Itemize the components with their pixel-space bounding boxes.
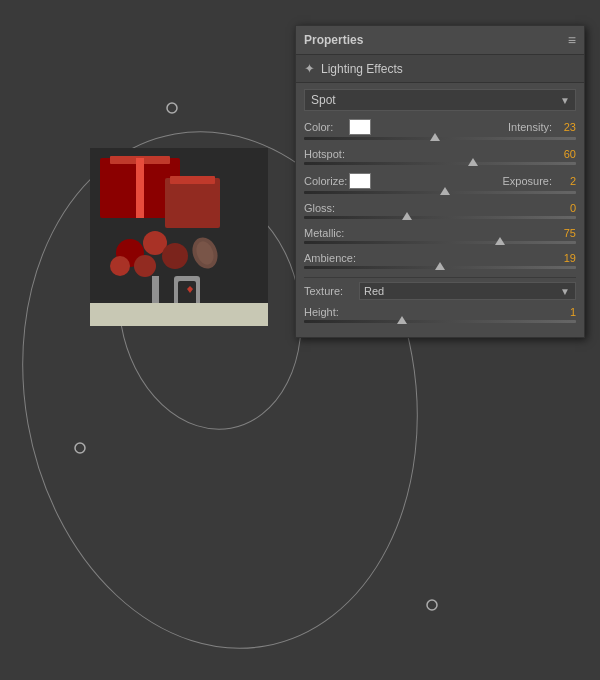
panel-title: Properties bbox=[304, 33, 363, 47]
texture-row: Texture: Red Green Blue None ▼ bbox=[304, 282, 576, 300]
gloss-thumb[interactable] bbox=[402, 212, 412, 220]
color-intensity-row: Color: Intensity: 23 bbox=[304, 119, 576, 135]
lightning-icon: ✦ bbox=[304, 61, 315, 76]
intensity-label: Intensity: bbox=[508, 121, 552, 133]
height-label: Height: bbox=[304, 306, 369, 318]
texture-select[interactable]: Red Green Blue None bbox=[359, 282, 576, 300]
hotspot-thumb[interactable] bbox=[468, 158, 478, 166]
gloss-row: Gloss: 0 bbox=[304, 202, 576, 214]
exposure-label: Exposure: bbox=[502, 175, 552, 187]
metallic-label: Metallic: bbox=[304, 227, 369, 239]
height-row: Height: 1 bbox=[304, 306, 576, 318]
photo-thumbnail bbox=[90, 148, 268, 326]
svg-rect-21 bbox=[178, 281, 196, 306]
exposure-slider[interactable] bbox=[304, 191, 576, 194]
metallic-thumb[interactable] bbox=[495, 237, 505, 245]
svg-point-13 bbox=[162, 243, 188, 269]
svg-point-14 bbox=[134, 255, 156, 277]
color-swatch[interactable] bbox=[349, 119, 371, 135]
color-label: Color: bbox=[304, 121, 349, 133]
hotspot-track bbox=[304, 162, 576, 165]
colorize-label: Colorize: bbox=[304, 175, 349, 187]
panel-header: Properties ≡ bbox=[296, 26, 584, 55]
properties-panel: Properties ≡ ✦ Lighting Effects Spot Inf… bbox=[295, 25, 585, 338]
metallic-value: 75 bbox=[564, 227, 576, 239]
texture-dropdown-wrapper[interactable]: Red Green Blue None ▼ bbox=[359, 282, 576, 300]
gloss-slider[interactable] bbox=[304, 216, 576, 219]
hotspot-row: Hotspot: 60 bbox=[304, 148, 576, 160]
intensity-value: 23 bbox=[556, 121, 576, 133]
svg-point-4 bbox=[427, 600, 437, 610]
colorize-swatch[interactable] bbox=[349, 173, 371, 189]
svg-rect-9 bbox=[165, 178, 220, 228]
svg-point-2 bbox=[167, 103, 177, 113]
lighting-effects-title: Lighting Effects bbox=[321, 62, 403, 76]
spot-dropdown-row[interactable]: Spot Infinite Point ▼ bbox=[304, 89, 576, 111]
ambience-value: 19 bbox=[564, 252, 576, 264]
svg-rect-10 bbox=[170, 176, 215, 184]
spot-select[interactable]: Spot Infinite Point bbox=[304, 89, 576, 111]
hotspot-label: Hotspot: bbox=[304, 148, 369, 160]
exposure-value: 2 bbox=[556, 175, 576, 187]
svg-rect-23 bbox=[90, 303, 268, 326]
metallic-row: Metallic: 75 bbox=[304, 227, 576, 239]
height-track bbox=[304, 320, 576, 323]
intensity-slider[interactable] bbox=[304, 137, 576, 140]
hotspot-slider[interactable] bbox=[304, 162, 576, 165]
metallic-track bbox=[304, 241, 576, 244]
panel-body: Spot Infinite Point ▼ Color: Intensity: … bbox=[296, 83, 584, 337]
section-divider bbox=[304, 277, 576, 278]
ambience-slider[interactable] bbox=[304, 266, 576, 269]
intensity-thumb[interactable] bbox=[430, 133, 440, 141]
ambience-track bbox=[304, 266, 576, 269]
height-value: 1 bbox=[570, 306, 576, 318]
height-thumb[interactable] bbox=[397, 316, 407, 324]
intensity-track bbox=[304, 137, 576, 140]
hotspot-value: 60 bbox=[564, 148, 576, 160]
gloss-value: 0 bbox=[570, 202, 576, 214]
ambience-label: Ambience: bbox=[304, 252, 369, 264]
height-slider[interactable] bbox=[304, 320, 576, 323]
panel-menu-icon[interactable]: ≡ bbox=[568, 32, 576, 48]
svg-point-15 bbox=[110, 256, 130, 276]
metallic-slider[interactable] bbox=[304, 241, 576, 244]
svg-point-3 bbox=[75, 443, 85, 453]
svg-rect-8 bbox=[136, 158, 144, 218]
exposure-track bbox=[304, 191, 576, 194]
gloss-track bbox=[304, 216, 576, 219]
lighting-effects-header: ✦ Lighting Effects bbox=[296, 55, 584, 83]
spot-dropdown-wrapper[interactable]: Spot Infinite Point ▼ bbox=[304, 89, 576, 111]
exposure-thumb[interactable] bbox=[440, 187, 450, 195]
texture-label: Texture: bbox=[304, 285, 359, 297]
ambience-thumb[interactable] bbox=[435, 262, 445, 270]
gloss-label: Gloss: bbox=[304, 202, 369, 214]
